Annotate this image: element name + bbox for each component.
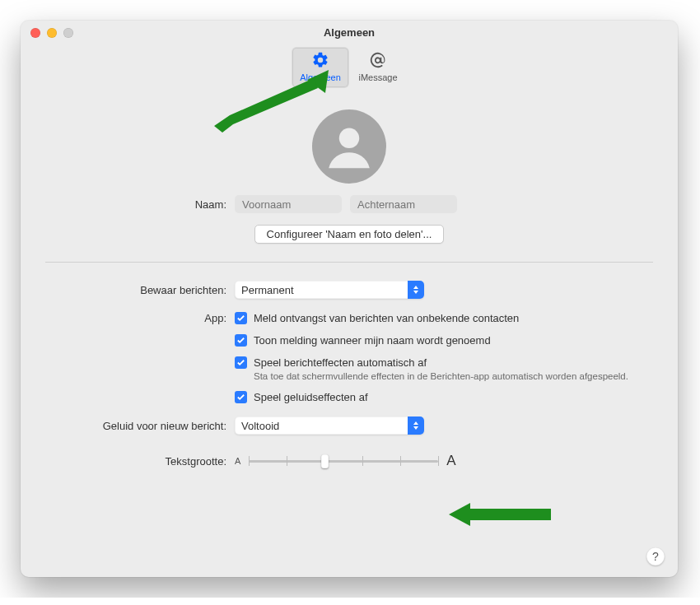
- sound-value: Voltooid: [241, 420, 279, 432]
- sound-select[interactable]: Voltooid: [235, 417, 424, 435]
- svg-marker-3: [449, 503, 470, 526]
- checkbox-sound-effects-label: Speel geluidseffecten af: [254, 391, 368, 403]
- checkbox-unknown-contacts[interactable]: [235, 312, 247, 324]
- zoom-window-button[interactable]: [63, 28, 73, 38]
- tab-general-label: Algemeen: [300, 72, 341, 82]
- updown-icon: [408, 281, 424, 299]
- preferences-window: Algemeen Algemeen iMessage: [21, 21, 678, 577]
- svg-point-0: [339, 128, 360, 149]
- keep-messages-select[interactable]: Permanent: [235, 281, 424, 299]
- slider-thumb[interactable]: [321, 454, 329, 468]
- checkbox-sound-effects[interactable]: [235, 391, 247, 403]
- help-label: ?: [652, 550, 659, 563]
- sound-row: Geluid voor nieuw bericht: Voltooid: [45, 417, 653, 435]
- checkmark-icon: [236, 393, 245, 402]
- keep-messages-row: Bewaar berichten: Permanent: [45, 281, 653, 299]
- last-name-field[interactable]: [350, 195, 457, 213]
- name-row: Naam:: [45, 195, 653, 213]
- first-name-field[interactable]: [235, 195, 342, 213]
- app-label: App:: [45, 312, 235, 324]
- updown-icon: [408, 417, 424, 435]
- checkbox-row-message-effects: Speel berichteffecten automatisch af Sta…: [235, 356, 653, 381]
- preference-tabs: Algemeen iMessage: [292, 47, 407, 88]
- text-size-big-a: A: [446, 453, 455, 469]
- text-size-small-a: A: [235, 456, 240, 466]
- tab-imessage-label: iMessage: [358, 72, 397, 82]
- keep-messages-label: Bewaar berichten:: [45, 284, 235, 296]
- titlebar: Algemeen: [21, 21, 678, 44]
- checkmark-icon: [236, 336, 245, 345]
- text-size-slider[interactable]: [249, 453, 438, 469]
- close-window-button[interactable]: [30, 28, 40, 38]
- checkbox-name-mentioned[interactable]: [235, 334, 247, 347]
- gear-icon: [292, 51, 348, 71]
- checkbox-row-unknown-contacts: Meld ontvangst van berichten van onbeken…: [235, 312, 653, 324]
- checkbox-unknown-contacts-label: Meld ontvangst van berichten van onbeken…: [254, 312, 519, 324]
- minimize-window-button[interactable]: [47, 28, 57, 38]
- checkbox-name-mentioned-label: Toon melding wanneer mijn naam wordt gen…: [254, 334, 491, 347]
- toolbar: Algemeen iMessage: [21, 44, 678, 96]
- slider-track: [249, 460, 438, 463]
- help-button[interactable]: ?: [646, 547, 665, 565]
- annotation-arrow-2: [449, 498, 564, 531]
- app-row: App: Meld ontvangst van berichten van on…: [45, 312, 653, 413]
- avatar-section: [45, 109, 653, 184]
- checkbox-message-effects[interactable]: [235, 356, 247, 369]
- checkbox-row-name-mentioned: Toon melding wanneer mijn naam wordt gen…: [235, 334, 653, 347]
- at-icon: [350, 51, 406, 71]
- tab-imessage[interactable]: iMessage: [349, 47, 407, 88]
- checkmark-icon: [236, 314, 245, 323]
- svg-rect-4: [469, 509, 551, 520]
- divider: [45, 262, 653, 263]
- text-size-row: Tekstgrootte: A A: [45, 453, 653, 469]
- text-size-label: Tekstgrootte:: [45, 455, 235, 468]
- name-label: Naam:: [45, 198, 235, 211]
- checkmark-icon: [236, 358, 245, 367]
- avatar[interactable]: [312, 109, 386, 184]
- keep-messages-value: Permanent: [241, 284, 294, 296]
- checkbox-row-sound-effects: Speel geluidseffecten af: [235, 391, 653, 403]
- checkbox-message-effects-sublabel: Sta toe dat schermvullende effecten in d…: [254, 371, 628, 381]
- configure-name-photo-button[interactable]: Configureer 'Naam en foto delen'...: [254, 225, 445, 244]
- checkbox-message-effects-label: Speel berichteffecten automatisch af: [254, 356, 628, 369]
- window-title: Algemeen: [324, 26, 375, 39]
- content-area: Naam: Configureer 'Naam en foto delen'..…: [21, 96, 678, 486]
- person-icon: [320, 118, 378, 175]
- tab-general[interactable]: Algemeen: [292, 47, 349, 88]
- window-controls: [30, 28, 73, 38]
- sound-label: Geluid voor nieuw bericht:: [45, 420, 235, 432]
